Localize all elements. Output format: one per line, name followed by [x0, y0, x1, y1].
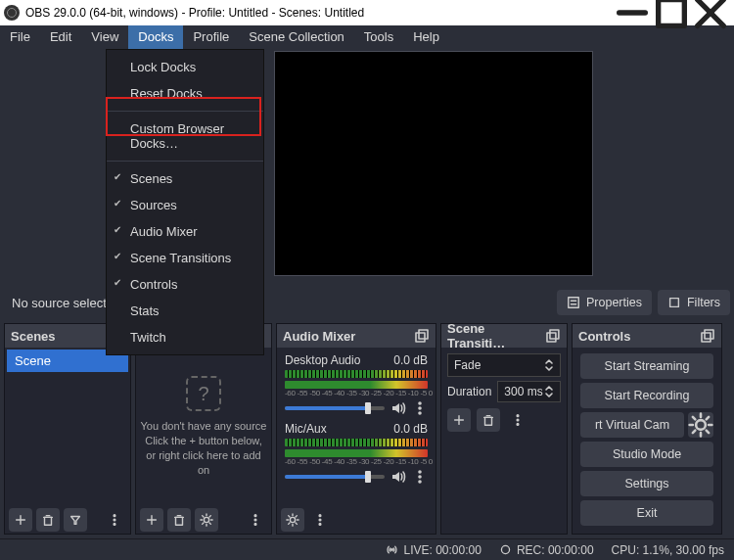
- filters-button[interactable]: Filters: [658, 290, 730, 315]
- popout-icon[interactable]: [545, 328, 561, 344]
- menu-profile[interactable]: Profile: [183, 25, 239, 49]
- source-more-button[interactable]: [244, 508, 267, 532]
- svg-point-16: [114, 515, 115, 517]
- channel-db: 0.0 dB: [393, 353, 428, 367]
- mixer-settings-button[interactable]: [281, 508, 304, 532]
- svg-point-58: [501, 545, 509, 553]
- popout-icon[interactable]: [414, 328, 430, 344]
- source-settings-button[interactable]: [195, 508, 218, 532]
- meter-ticks: -60 -55 -50 -45 -40 -35 -30 -25 -20 -15 …: [285, 389, 428, 397]
- svg-point-17: [114, 519, 115, 521]
- svg-point-41: [319, 515, 321, 517]
- studio-mode-button[interactable]: Studio Mode: [580, 442, 713, 467]
- updown-icon: [544, 385, 554, 398]
- broadcast-icon: [386, 543, 398, 556]
- maximize-button[interactable]: [652, 0, 691, 25]
- plus-icon: [145, 513, 159, 527]
- status-rec-text: REC: 00:00:00: [517, 543, 594, 557]
- popout-icon[interactable]: [700, 328, 715, 344]
- svg-point-29: [254, 524, 256, 526]
- dock-header[interactable]: Scene Transiti…: [441, 324, 567, 348]
- svg-point-33: [419, 402, 421, 404]
- gear-icon: [200, 513, 213, 527]
- filters-label: Filters: [687, 296, 720, 309]
- dd-sources[interactable]: Sources: [107, 192, 263, 218]
- delete-scene-button[interactable]: [36, 508, 60, 532]
- volume-slider[interactable]: [285, 475, 385, 479]
- menu-file[interactable]: File: [0, 25, 40, 49]
- svg-point-26: [204, 517, 208, 522]
- svg-rect-31: [419, 330, 428, 339]
- dock-header[interactable]: Audio Mixer: [277, 324, 436, 348]
- dd-custom-browser-docks[interactable]: Custom Browser Docks…: [107, 116, 263, 157]
- dd-controls[interactable]: Controls: [107, 271, 263, 298]
- delete-transition-button[interactable]: [477, 408, 500, 432]
- add-transition-button[interactable]: [447, 408, 471, 432]
- settings-button[interactable]: Settings: [580, 471, 713, 496]
- dd-scene-transitions[interactable]: Scene Transitions: [107, 245, 263, 271]
- menu-tools[interactable]: Tools: [354, 25, 403, 49]
- exit-button[interactable]: Exit: [580, 500, 713, 526]
- record-icon: [499, 543, 512, 556]
- menu-edit[interactable]: Edit: [40, 25, 81, 49]
- dd-lock-docks[interactable]: Lock Docks: [107, 54, 263, 80]
- svg-point-39: [419, 481, 421, 483]
- menu-help[interactable]: Help: [403, 25, 449, 49]
- more-icon[interactable]: [412, 469, 428, 485]
- status-live: LIVE: 00:00:00: [386, 543, 481, 557]
- more-icon[interactable]: [412, 400, 428, 416]
- status-bar: LIVE: 00:00:00 REC: 00:00:00 CPU: 1.1%, …: [0, 538, 734, 560]
- mixer-channel: Desktop Audio0.0 dB -60 -55 -50 -45 -40 …: [279, 350, 434, 418]
- status-cpu: CPU: 1.1%, 30.00 fps: [612, 543, 724, 557]
- preview-canvas[interactable]: [274, 51, 593, 276]
- start-streaming-button[interactable]: Start Streaming: [580, 353, 713, 379]
- svg-point-28: [254, 519, 256, 521]
- volume-slider[interactable]: [285, 406, 385, 410]
- empty-text: or right click here to add on: [140, 448, 267, 478]
- trash-icon: [172, 513, 186, 527]
- close-button[interactable]: [691, 0, 730, 25]
- delete-source-button[interactable]: [167, 508, 191, 532]
- scene-filter-button[interactable]: [64, 508, 87, 532]
- transition-value: Fade: [454, 358, 481, 372]
- svg-rect-55: [705, 330, 713, 339]
- dd-scenes[interactable]: Scenes: [107, 165, 263, 192]
- svg-rect-48: [485, 417, 492, 425]
- menu-docks[interactable]: Docks: [128, 25, 183, 49]
- dd-reset-docks[interactable]: Reset Docks: [107, 80, 263, 107]
- svg-point-52: [517, 419, 519, 421]
- virtual-cam-settings-button[interactable]: [688, 412, 713, 438]
- transition-more-button[interactable]: [506, 408, 529, 432]
- duration-value: 300 ms: [504, 385, 542, 398]
- add-scene-button[interactable]: [9, 508, 32, 532]
- duration-spinner[interactable]: 300 ms: [497, 381, 561, 402]
- more-icon: [249, 513, 262, 527]
- mixer-more-button[interactable]: [308, 508, 332, 532]
- channel-name: Mic/Aux: [285, 422, 393, 436]
- svg-point-51: [517, 415, 519, 417]
- dd-stats[interactable]: Stats: [107, 298, 263, 324]
- menu-scene-collection[interactable]: Scene Collection: [239, 25, 354, 49]
- more-icon: [313, 513, 327, 527]
- dock-title: Audio Mixer: [283, 329, 355, 344]
- menu-view[interactable]: View: [81, 25, 128, 49]
- virtual-cam-button[interactable]: rt Virtual Cam: [580, 412, 684, 438]
- start-recording-button[interactable]: Start Recording: [580, 383, 713, 408]
- speaker-icon[interactable]: [390, 469, 406, 485]
- dock-title: Controls: [578, 329, 630, 344]
- status-live-text: LIVE: 00:00:00: [403, 543, 481, 557]
- properties-button[interactable]: Properties: [557, 290, 652, 315]
- more-icon: [511, 413, 525, 427]
- add-source-button[interactable]: [140, 508, 163, 532]
- dd-twitch[interactable]: Twitch: [107, 324, 263, 350]
- transition-select[interactable]: Fade: [447, 353, 561, 377]
- empty-text: You don't have any source: [141, 419, 267, 434]
- scene-more-button[interactable]: [103, 508, 126, 532]
- dock-header[interactable]: Controls: [573, 324, 721, 348]
- dock-title: Scenes: [11, 329, 56, 344]
- minimize-button[interactable]: [613, 0, 652, 25]
- sources-empty-state: ? You don't have any source Click the + …: [138, 350, 269, 504]
- dd-audio-mixer[interactable]: Audio Mixer: [107, 218, 263, 245]
- svg-point-27: [254, 515, 256, 517]
- speaker-icon[interactable]: [390, 400, 406, 416]
